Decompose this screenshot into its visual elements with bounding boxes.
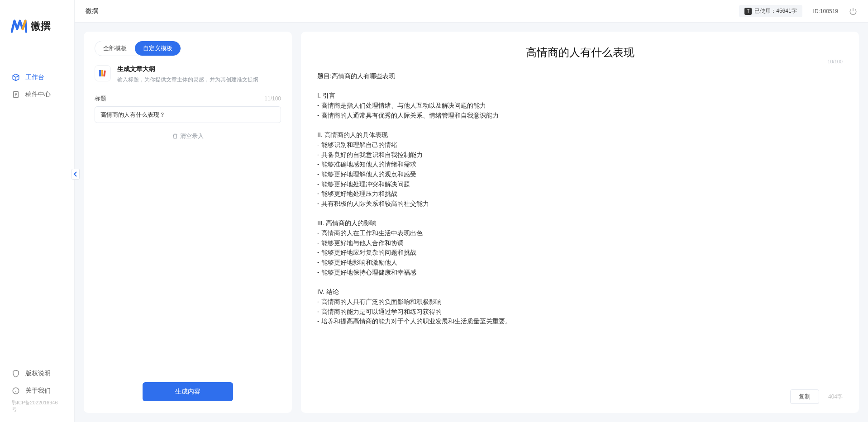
workspace: 全部模板 自定义模板 生成文章大纲 输入标题，为你提供文章主体的灵感，并为其创建… — [75, 23, 868, 422]
template-tabs: 全部模板 自定义模板 — [95, 41, 181, 56]
tab-custom-templates[interactable]: 自定义模板 — [135, 41, 181, 56]
nav-item-about[interactable]: 关于我们 — [0, 382, 74, 399]
logo-text: 微撰 — [31, 19, 51, 33]
title-field-count: 11/100 — [264, 95, 281, 102]
svg-rect-9 — [101, 70, 103, 76]
books-icon — [98, 69, 107, 78]
module-icon — [95, 65, 111, 81]
trash-icon — [172, 133, 178, 139]
user-id: ID:100519 — [813, 8, 838, 14]
nav-item-workspace[interactable]: 工作台 — [0, 69, 74, 86]
topbar: 微撰 T 已使用：45641字 ID:100519 — [75, 0, 868, 23]
icp-text: 鄂ICP备2022016946号 — [0, 399, 74, 417]
usage-badge[interactable]: T 已使用：45641字 — [739, 5, 802, 17]
svg-rect-8 — [99, 70, 101, 76]
chevron-left-icon — [73, 171, 78, 177]
output-title-count: 10/100 — [827, 59, 843, 64]
tab-all-templates[interactable]: 全部模板 — [95, 41, 135, 56]
output-footer: 复制 404字 — [317, 389, 843, 404]
module-header: 生成文章大纲 输入标题，为你提供文章主体的灵感，并为其创建准文提纲 — [95, 65, 281, 84]
nav-label: 稿件中心 — [25, 90, 51, 99]
nav-label: 工作台 — [25, 73, 44, 81]
nav-item-copyright[interactable]: 版权说明 — [0, 365, 74, 382]
input-panel: 全部模板 自定义模板 生成文章大纲 输入标题，为你提供文章主体的灵感，并为其创建… — [84, 32, 292, 413]
collapse-sidebar-button[interactable] — [72, 169, 80, 180]
module-title: 生成文章大纲 — [117, 65, 258, 73]
word-count: 404字 — [828, 393, 843, 401]
usage-text: 已使用：45641字 — [754, 7, 796, 15]
output-title: 高情商的人有什么表现 — [317, 45, 843, 60]
sidebar: 微撰 工作台 稿件中心 版权说明 关于我们 鄂ICP备2022016946号 — [0, 0, 75, 422]
output-body[interactable]: 题目:高情商的人有哪些表现 I. 引言 - 高情商是指人们处理情绪、与他人互动以… — [317, 71, 843, 382]
clear-label: 清空录入 — [180, 132, 204, 140]
module-desc: 输入标题，为你提供文章主体的灵感，并为其创建准文提纲 — [117, 76, 258, 84]
nav-bottom: 版权说明 关于我们 鄂ICP备2022016946号 — [0, 365, 74, 422]
nav-item-drafts[interactable]: 稿件中心 — [0, 86, 74, 103]
clear-input-button[interactable]: 清空录入 — [95, 132, 281, 140]
shield-icon — [12, 370, 20, 378]
info-icon — [12, 387, 20, 395]
logo-icon — [11, 18, 27, 34]
nav-label: 版权说明 — [25, 370, 51, 378]
page-title: 微撰 — [86, 7, 98, 15]
doc-icon — [12, 90, 20, 99]
title-input[interactable] — [95, 106, 281, 123]
title-field-label: 标题 — [95, 95, 106, 103]
main: 微撰 T 已使用：45641字 ID:100519 全部模板 自定义模板 生成文… — [75, 0, 868, 422]
nav-main: 工作台 稿件中心 — [0, 47, 74, 365]
output-panel: 高情商的人有什么表现 10/100 题目:高情商的人有哪些表现 I. 引言 - … — [301, 32, 859, 413]
cube-icon — [12, 73, 20, 81]
svg-rect-10 — [103, 71, 106, 76]
logo: 微撰 — [0, 0, 74, 47]
power-icon[interactable] — [849, 7, 857, 15]
copy-button[interactable]: 复制 — [790, 389, 819, 404]
nav-label: 关于我们 — [25, 387, 51, 395]
text-icon: T — [744, 8, 752, 15]
generate-button[interactable]: 生成内容 — [143, 382, 233, 401]
